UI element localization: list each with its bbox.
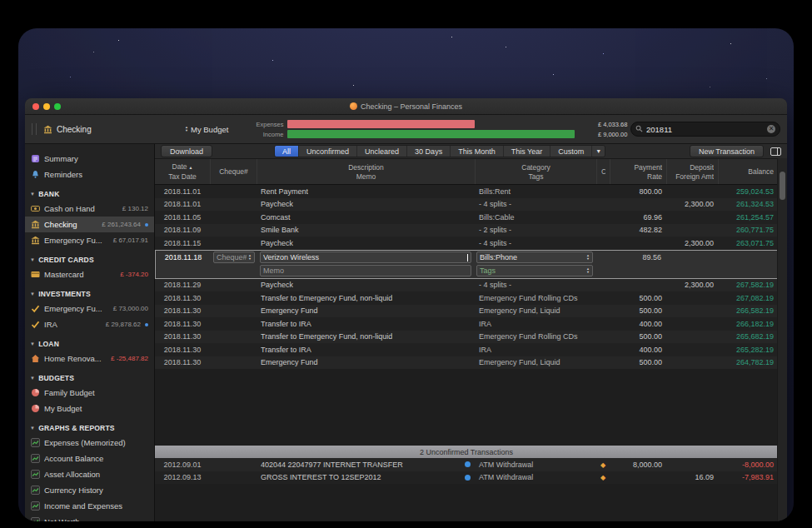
sidebar-item-checking[interactable]: Checking£ 261,243.64 — [25, 217, 154, 232]
account-balance: £ 73,000.00 — [113, 305, 148, 312]
home-icon — [31, 354, 40, 363]
transaction-row[interactable]: 2018.11.30 Transfer to Emergency Fund, n… — [155, 291, 778, 305]
transaction-balance: -7,983.91 — [718, 473, 778, 481]
transaction-row[interactable]: 2018.11.09 Smile Bank - 2 splits - 482.8… — [155, 224, 778, 237]
sidebar-section-graphs-reports[interactable]: ▼GRAPHS & REPORTS — [25, 421, 154, 435]
bank-icon — [31, 220, 40, 229]
window-titlebar[interactable]: Checking – Personal Finances — [25, 98, 787, 115]
chart-icon — [31, 470, 40, 479]
filter-tab-30-days[interactable]: 30 Days — [406, 146, 450, 157]
transaction-row[interactable]: 2018.11.05 Comcast Bills:Cable 69.96 261… — [155, 211, 778, 224]
toggle-panel-icon[interactable] — [770, 147, 781, 156]
sidebar-item-summary[interactable]: Summary — [25, 151, 154, 167]
sidebar-item-account-balance[interactable]: Account Balance — [25, 451, 154, 466]
transaction-balance: 265,282.19 — [718, 346, 778, 354]
search-field[interactable]: ✕ — [630, 122, 780, 137]
memo-input[interactable]: Memo — [260, 265, 471, 276]
clear-search-button[interactable]: ✕ — [767, 125, 775, 133]
category-select[interactable]: Bills:Phone▲▼ — [476, 252, 593, 263]
transaction-balance: 266,582.19 — [718, 306, 778, 315]
sidebar-section-loan[interactable]: ▼LOAN — [25, 336, 154, 351]
column-header-date[interactable]: Date▲ Tax Date — [155, 159, 210, 184]
new-transaction-button[interactable]: New Transaction — [690, 145, 764, 157]
transaction-row[interactable]: 2018.11.15 Paycheck - 4 splits - 2,300.0… — [155, 237, 778, 250]
sidebar-item-mastercard[interactable]: Mastercard£ -374.20 — [25, 266, 154, 282]
search-input[interactable] — [646, 125, 764, 134]
column-header-cleared[interactable]: C — [596, 159, 610, 184]
transaction-row[interactable]: 2012.09.01 402044 22047977 INTERNET TRAN… — [155, 458, 778, 471]
filter-tab-uncleared[interactable]: Uncleared — [356, 146, 406, 157]
cheque-select[interactable]: Cheque#▲▼ — [213, 252, 255, 263]
transaction-date: 2018.11.30 — [155, 306, 210, 315]
sidebar-item-emergency-fu[interactable]: Emergency Fu...£ 73,000.00 — [25, 301, 154, 316]
editor-payment[interactable]: 89.56 — [609, 253, 665, 262]
sidebar-item-currency-history[interactable]: Currency History — [25, 482, 154, 498]
transaction-row[interactable]: 2018.11.30 Emergency Fund Emergency Fund… — [155, 305, 778, 318]
transaction-balance: 266,182.19 — [718, 320, 778, 328]
sidebar-section-investments[interactable]: ▼INVESTMENTS — [25, 286, 154, 301]
chart-icon — [31, 486, 40, 495]
sidebar-item-ira[interactable]: IRA£ 29,878.62 — [25, 316, 154, 332]
sidebar-section-budgets[interactable]: ▼BUDGETS — [25, 371, 154, 385]
sidebar-item-label: Income and Expenses — [44, 501, 148, 511]
scrollbar-thumb[interactable] — [780, 172, 785, 200]
sidebar-resize-handle-icon[interactable] — [32, 123, 37, 135]
vertical-scrollbar[interactable] — [777, 158, 787, 521]
sidebar-item-cash-on-hand[interactable]: Cash on Hand£ 130.12 — [25, 201, 154, 217]
transaction-description: Transfer to Emergency Fund, non-liquid — [257, 294, 475, 302]
column-header-description[interactable]: Description Memo — [257, 159, 475, 184]
expenses-amount: £ 4,033.68 — [579, 121, 627, 128]
filter-tab-unconfirmed[interactable]: Unconfirmed — [298, 146, 356, 157]
minimize-window-button[interactable] — [43, 103, 50, 110]
transaction-payment: 69.96 — [610, 213, 666, 222]
column-header-balance[interactable]: Balance — [718, 159, 778, 184]
sidebar-item-expenses-memorized[interactable]: Expenses (Memorized) — [25, 435, 154, 451]
description-input[interactable]: Verizon Wireless — [260, 252, 471, 263]
budget-selector[interactable]: ▲▼ My Budget — [185, 125, 228, 134]
column-header-cheque[interactable]: Cheque# — [210, 159, 257, 184]
filter-tab-all[interactable]: All — [275, 146, 298, 157]
sidebar-item-emergency-fu[interactable]: Emergency Fu...£ 67,017.91 — [25, 232, 154, 248]
sidebar-item-home-renova[interactable]: Home Renova...£ -25,487.82 — [25, 351, 154, 366]
transaction-row[interactable]: 2018.11.30 Transfer to IRA IRA 400.00 26… — [155, 343, 778, 356]
sidebar-item-reminders[interactable]: Reminders — [25, 167, 154, 182]
transaction-row[interactable]: 2018.11.30 Transfer to Emergency Fund, n… — [155, 331, 778, 344]
transaction-row[interactable]: 2018.11.30 Transfer to IRA IRA 400.00 26… — [155, 317, 778, 331]
transaction-row[interactable]: 2018.11.01 Rent Payment Bills:Rent 800.0… — [155, 185, 778, 198]
sidebar-item-income-and-expenses[interactable]: Income and Expenses — [25, 498, 154, 514]
sidebar-item-asset-allocation[interactable]: Asset Allocation — [25, 466, 154, 482]
transaction-row[interactable]: 2018.11.30 Emergency Fund Emergency Fund… — [155, 356, 778, 370]
column-header-deposit[interactable]: Deposit Foreign Amt — [666, 159, 718, 184]
column-header-payment[interactable]: Payment Rate — [610, 159, 666, 184]
budget-selector-label: My Budget — [191, 125, 228, 134]
download-button[interactable]: Download — [161, 145, 212, 157]
transaction-description: Paycheck — [257, 239, 475, 247]
zoom-window-button[interactable] — [54, 103, 61, 110]
close-window-button[interactable] — [32, 103, 39, 110]
sidebar-section-title: BANK — [38, 190, 59, 198]
column-header-category[interactable]: Category Tags — [475, 159, 596, 184]
transaction-editor[interactable]: 2018.11.18 Cheque#▲▼ Verizon Wireless Bi… — [155, 250, 778, 279]
budget-progress: Expenses £ 4,033.68 Income £ 9,000.00 — [252, 120, 627, 138]
filter-tab-this-month[interactable]: This Month — [450, 146, 503, 157]
window-title: Checking – Personal Finances — [350, 102, 462, 111]
transaction-category: IRA — [475, 346, 596, 354]
transaction-row[interactable]: 2012.09.13 GROSS INTEREST TO 12SEP2012 A… — [155, 471, 778, 485]
editor-date[interactable]: 2018.11.18 — [156, 253, 211, 262]
transaction-date: 2018.11.30 — [155, 294, 210, 302]
sidebar-item-family-budget[interactable]: Family Budget — [25, 385, 154, 401]
income-label: Income — [252, 131, 283, 138]
transaction-row[interactable]: 2018.11.29 Paycheck - 4 splits - 2,300.0… — [155, 279, 778, 292]
filter-tab-this-year[interactable]: This Year — [503, 146, 550, 157]
sidebar-item-net-worth[interactable]: Net Worth — [25, 514, 154, 521]
sidebar-section-credit-cards[interactable]: ▼CREDIT CARDS — [25, 252, 154, 266]
transaction-row[interactable]: 2018.11.01 Paycheck - 4 splits - 2,300.0… — [155, 198, 778, 212]
sidebar-item-my-budget[interactable]: My Budget — [25, 401, 154, 416]
custom-range-dropdown-icon[interactable]: ▼ — [591, 146, 605, 157]
sidebar-item-label: Account Balance — [44, 454, 148, 463]
sidebar-section-bank[interactable]: ▼BANK — [25, 187, 154, 201]
cash-icon — [31, 204, 40, 213]
filter-tab-custom[interactable]: Custom — [550, 146, 591, 157]
transaction-deposit: 16.09 — [666, 473, 718, 481]
tags-select[interactable]: Tags▲▼ — [476, 265, 593, 276]
